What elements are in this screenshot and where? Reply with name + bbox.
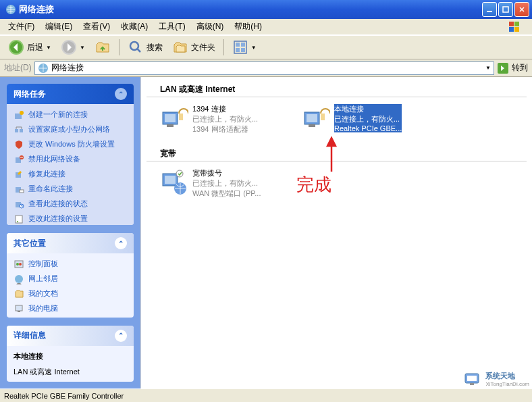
window-title: 网络连接 [19,3,482,16]
svg-rect-36 [16,305,22,311]
toolbar-separator [223,39,224,55]
panel-header-details[interactable]: 详细信息 ⌃ [7,326,134,346]
forward-icon [61,39,77,55]
task-create-connection[interactable]: 创建一个新的连接 [14,109,127,120]
svg-rect-15 [236,48,240,52]
windows-logo-icon [505,20,529,34]
task-status[interactable]: 查看此连接的状态 [14,199,127,209]
connection-broadband[interactable]: 宽带拨号 已连接上，有防火... WAN 微型端口 (PP... [160,168,282,199]
statusbar-text: Realtek PCIe GBE Family Controller [4,392,124,400]
menu-favorites[interactable]: 收藏(A) [115,20,153,34]
other-my-documents[interactable]: 我的文档 [14,288,127,299]
dropdown-arrow-icon[interactable]: ▼ [485,65,491,71]
svg-rect-16 [241,48,245,52]
svg-rect-45 [321,114,325,120]
statusbar: Realtek PCIe GBE Family Controller [0,388,532,402]
svg-rect-51 [467,376,477,381]
dropdown-arrow-icon: ▼ [251,45,257,51]
details-type: LAN 或高速 Internet [14,367,127,377]
other-network-places[interactable]: 网上邻居 [14,274,127,284]
back-button[interactable]: 后退 ▼ [4,36,55,58]
address-input[interactable]: 网络连接 ▼ [34,61,494,75]
collapse-icon: ⌃ [115,237,127,249]
other-places-panel: 其它位置 ⌃ 控制面板 网上邻居 我的文档 我的电脑 [7,233,134,317]
svg-rect-30 [16,216,22,223]
task-setup-network[interactable]: 设置家庭或小型办公网络 [14,124,127,135]
network-tasks-panel: 网络任务 ⌃ 创建一个新的连接 设置家庭或小型办公网络 更改 Windows 防… [7,84,134,225]
connection-device: WAN 微型端口 (PP... [192,189,261,199]
go-button[interactable]: 转到 [497,62,528,74]
dropdown-arrow-icon: ▼ [46,45,51,51]
task-repair[interactable]: 修复此连接 [14,169,127,180]
dialup-icon [160,168,188,197]
svg-rect-21 [15,129,18,132]
connection-name: 本地连接 [334,104,402,114]
connection-local[interactable]: 本地连接 已连接上，有防火... Realtek PCIe GBE... [302,104,423,134]
connection-status: 已连接上，有防火... [192,114,258,124]
control-panel-icon [14,259,24,270]
group-lan-header: LAN 或高速 Internet [147,81,527,97]
collapse-icon: ⌃ [115,88,127,100]
details-panel: 详细信息 ⌃ 本地连接 LAN 或高速 Internet [7,326,134,382]
menu-view[interactable]: 查看(V) [78,20,115,34]
minimize-button[interactable] [482,2,497,17]
task-disable[interactable]: 禁用此网络设备 [14,154,127,165]
menubar: 文件(F) 编辑(E) 查看(V) 收藏(A) 工具(T) 高级(N) 帮助(H… [0,19,532,35]
other-control-panel[interactable]: 控制面板 [14,259,127,270]
panel-header-tasks[interactable]: 网络任务 ⌃ [7,84,134,104]
svg-rect-44 [309,124,315,127]
disable-icon [14,154,24,165]
svg-point-20 [20,111,24,115]
close-button[interactable] [514,2,529,17]
views-icon [232,39,248,55]
svg-rect-1 [487,11,492,12]
task-firewall[interactable]: 更改 Windows 防火墙设置 [14,139,127,150]
menu-file[interactable]: 文件(F) [3,20,40,34]
svg-rect-6 [514,27,519,32]
task-properties[interactable]: 更改此连接的设置 [14,213,127,224]
connection-status: 已连接上，有防火... [334,114,402,124]
network-setup-icon [14,124,24,135]
annotation-text: 完成 [296,173,331,197]
panel-header-other[interactable]: 其它位置 ⌃ [7,233,134,253]
up-folder-icon [95,39,111,55]
svg-rect-13 [236,43,240,47]
menu-edit[interactable]: 编辑(E) [40,20,78,34]
svg-rect-37 [18,311,20,312]
computer-icon [14,303,24,314]
go-icon [497,62,509,74]
folders-button[interactable]: 文件夹 [168,36,219,58]
connection-name: 宽带拨号 [192,168,261,178]
search-icon [128,39,144,55]
folders-icon [172,39,188,55]
network-places-icon [14,274,24,284]
network-adapter-icon [160,104,188,132]
watermark: 系统天地 XiTongTianDi.com [464,371,529,387]
connection-1394[interactable]: 1394 连接 已连接上，有防火... 1394 网络适配器 [160,104,282,134]
svg-rect-14 [241,43,245,47]
toolbar-separator [119,39,119,55]
svg-rect-3 [509,22,514,26]
connection-name: 1394 连接 [192,104,258,114]
svg-point-34 [19,263,22,266]
toolbar: 后退 ▼ ▼ 搜索 文件夹 ▼ [0,35,532,59]
status-icon [14,199,24,209]
forward-button[interactable]: ▼ [57,36,89,58]
views-button[interactable]: ▼ [228,36,261,58]
svg-rect-22 [20,129,23,132]
search-button[interactable]: 搜索 [124,36,167,58]
sidebar: 网络任务 ⌃ 创建一个新的连接 设置家庭或小型办公网络 更改 Windows 防… [0,77,140,388]
maximize-button[interactable] [498,2,513,17]
menu-tools[interactable]: 工具(T) [153,20,190,34]
svg-rect-4 [514,22,519,26]
other-my-computer[interactable]: 我的电脑 [14,303,127,314]
properties-icon [14,213,24,224]
task-rename[interactable]: 重命名此连接 [14,184,127,195]
svg-rect-2 [503,7,508,12]
connection-status: 已连接上，有防火... [192,178,261,189]
up-button[interactable] [90,36,115,58]
menu-advanced[interactable]: 高级(N) [191,20,230,34]
svg-rect-27 [20,190,24,193]
menu-help[interactable]: 帮助(H) [229,20,267,34]
rename-icon [14,184,24,195]
